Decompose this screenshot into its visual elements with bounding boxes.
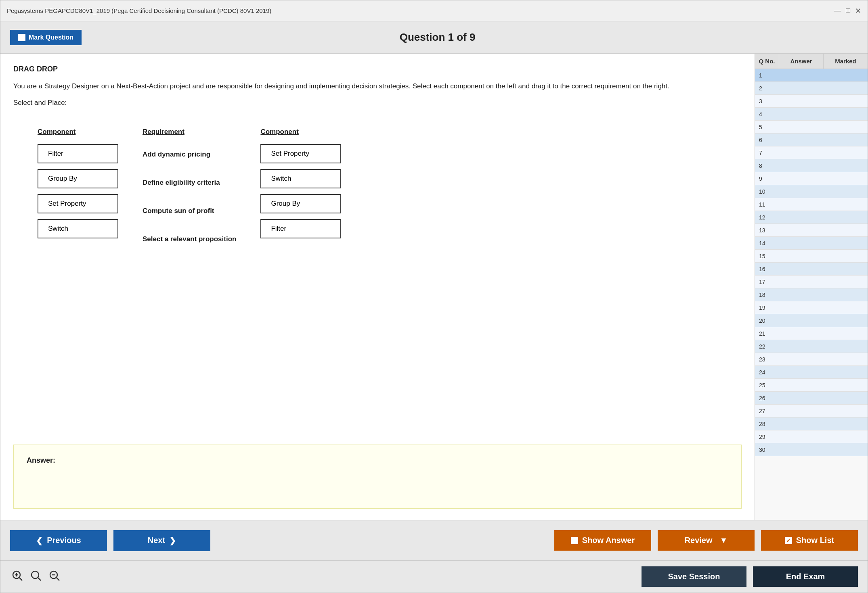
close-button[interactable]: ✕ bbox=[855, 6, 861, 15]
requirement-1: Add dynamic pricing bbox=[143, 146, 236, 163]
show-list-label: Show List bbox=[796, 536, 834, 545]
component-switch[interactable]: Switch bbox=[38, 219, 118, 238]
answer-area bbox=[27, 465, 728, 497]
sidebar-row-9[interactable]: 9 bbox=[755, 172, 868, 185]
sidebar-row-1[interactable]: 1 bbox=[755, 69, 868, 82]
save-session-button[interactable]: Save Session bbox=[642, 566, 746, 587]
minimize-button[interactable]: — bbox=[834, 6, 841, 15]
next-chevron-icon bbox=[169, 536, 176, 545]
show-answer-label: Show Answer bbox=[582, 536, 635, 545]
sidebar-row-num-1: 1 bbox=[755, 72, 779, 79]
sidebar-row-4[interactable]: 4 bbox=[755, 108, 868, 121]
zoom-in-button[interactable] bbox=[10, 568, 25, 585]
zoom-out-button[interactable] bbox=[47, 568, 62, 585]
title-bar: Pegasystems PEGAPCDC80V1_2019 (Pega Cert… bbox=[0, 0, 868, 21]
sidebar-row-10[interactable]: 10 bbox=[755, 185, 868, 198]
answer-set-property[interactable]: Set Property bbox=[260, 144, 341, 163]
question-type-label: DRAG DROP bbox=[13, 65, 742, 73]
review-dropdown-icon: ▼ bbox=[720, 536, 728, 545]
window-title: Pegasystems PEGAPCDC80V1_2019 (Pega Cert… bbox=[7, 7, 271, 14]
right-column-header: Component bbox=[260, 128, 341, 136]
sidebar-row-5[interactable]: 5 bbox=[755, 121, 868, 134]
left-component-items: Filter Group By Set Property Switch bbox=[38, 144, 118, 238]
sidebar-row-24[interactable]: 24 bbox=[755, 366, 868, 379]
component-filter[interactable]: Filter bbox=[38, 144, 118, 163]
answer-filter[interactable]: Filter bbox=[260, 219, 341, 238]
sidebar-row-28[interactable]: 28 bbox=[755, 418, 868, 430]
previous-button[interactable]: Previous bbox=[10, 530, 107, 551]
sidebar-row-8[interactable]: 8 bbox=[755, 159, 868, 172]
zoom-in-icon bbox=[12, 570, 23, 581]
end-exam-button[interactable]: End Exam bbox=[753, 566, 858, 587]
question-header: Mark Question Question 1 of 9 bbox=[0, 21, 868, 54]
next-button[interactable]: Next bbox=[113, 530, 210, 551]
question-text: You are a Strategy Designer on a Next-Be… bbox=[13, 81, 742, 92]
sidebar-row-22[interactable]: 22 bbox=[755, 340, 868, 353]
svg-line-3 bbox=[19, 578, 22, 580]
sidebar-row-13[interactable]: 13 bbox=[755, 224, 868, 237]
review-button[interactable]: Review ▼ bbox=[658, 530, 755, 551]
requirement-items: Add dynamic pricing Define eligibility c… bbox=[143, 146, 236, 248]
answer-switch[interactable]: Switch bbox=[260, 169, 341, 188]
component-group-by[interactable]: Group By bbox=[38, 169, 118, 188]
zoom-reset-button[interactable] bbox=[29, 568, 43, 585]
answer-label: Answer: bbox=[27, 456, 728, 465]
bottom-toolbars: Previous Next Show Answer Review ▼ Show … bbox=[0, 520, 868, 593]
svg-line-5 bbox=[38, 578, 41, 580]
select-place-label: Select and Place: bbox=[13, 99, 742, 107]
mark-question-label: Mark Question bbox=[29, 34, 73, 41]
sidebar-row-27[interactable]: 27 bbox=[755, 405, 868, 418]
sidebar-row-30[interactable]: 30 bbox=[755, 443, 868, 456]
show-answer-button[interactable]: Show Answer bbox=[554, 530, 651, 551]
sidebar-row-6[interactable]: 6 bbox=[755, 134, 868, 146]
requirement-column: Requirement Add dynamic pricing Define e… bbox=[143, 128, 236, 248]
review-label: Review bbox=[685, 536, 713, 545]
component-set-property[interactable]: Set Property bbox=[38, 194, 118, 213]
sidebar-header: Q No. Answer Marked bbox=[755, 54, 868, 69]
question-area: DRAG DROP You are a Strategy Designer on… bbox=[0, 54, 755, 520]
sidebar-row-23[interactable]: 23 bbox=[755, 353, 868, 366]
sidebar-qno-header: Q No. bbox=[755, 54, 779, 69]
show-answer-checkbox-icon bbox=[571, 537, 578, 544]
answer-section: Answer: bbox=[13, 445, 742, 509]
end-exam-label: End Exam bbox=[786, 572, 825, 581]
sidebar-row-3[interactable]: 3 bbox=[755, 95, 868, 108]
sidebar-row-2[interactable]: 2 bbox=[755, 82, 868, 95]
sidebar-row-15[interactable]: 15 bbox=[755, 250, 868, 263]
sidebar-scroll[interactable]: 1 2 3 4 bbox=[755, 69, 868, 520]
answer-group-by[interactable]: Group By bbox=[260, 194, 341, 213]
save-session-label: Save Session bbox=[668, 572, 720, 581]
sidebar-answer-header: Answer bbox=[779, 54, 824, 69]
sidebar-row-16[interactable]: 16 bbox=[755, 263, 868, 276]
svg-point-4 bbox=[31, 571, 39, 578]
sidebar-row-20[interactable]: 20 bbox=[755, 314, 868, 327]
main-area: DRAG DROP You are a Strategy Designer on… bbox=[0, 54, 868, 520]
svg-line-8 bbox=[57, 578, 59, 580]
right-component-column: Component Set Property Switch Group By F… bbox=[260, 128, 341, 248]
requirement-3: Compute sun of profit bbox=[143, 202, 236, 220]
left-component-column: Component Filter Group By Set Property S… bbox=[38, 128, 118, 248]
left-column-header: Component bbox=[38, 128, 118, 136]
sidebar-marked-header: Marked bbox=[824, 54, 868, 69]
zoom-controls bbox=[10, 568, 62, 585]
zoom-out-icon bbox=[49, 570, 60, 581]
mark-question-button[interactable]: Mark Question bbox=[10, 30, 82, 45]
bottom-toolbar-1: Previous Next Show Answer Review ▼ Show … bbox=[0, 520, 868, 560]
show-list-button[interactable]: Show List bbox=[761, 530, 858, 551]
sidebar-row-14[interactable]: 14 bbox=[755, 237, 868, 250]
sidebar-row-19[interactable]: 19 bbox=[755, 301, 868, 314]
sidebar-row-11[interactable]: 11 bbox=[755, 198, 868, 211]
show-list-checkbox-icon bbox=[785, 537, 792, 544]
mark-question-checkbox-icon bbox=[18, 34, 25, 41]
sidebar-row-26[interactable]: 26 bbox=[755, 392, 868, 405]
window-controls: — □ ✕ bbox=[834, 6, 861, 15]
sidebar-row-29[interactable]: 29 bbox=[755, 430, 868, 443]
sidebar-row-7[interactable]: 7 bbox=[755, 146, 868, 159]
sidebar-row-25[interactable]: 25 bbox=[755, 379, 868, 392]
sidebar-row-12[interactable]: 12 bbox=[755, 211, 868, 224]
sidebar-row-21[interactable]: 21 bbox=[755, 327, 868, 340]
requirement-2: Define eligibility criteria bbox=[143, 174, 236, 192]
sidebar-row-17[interactable]: 17 bbox=[755, 276, 868, 288]
sidebar-row-18[interactable]: 18 bbox=[755, 288, 868, 301]
restore-button[interactable]: □ bbox=[846, 6, 850, 15]
